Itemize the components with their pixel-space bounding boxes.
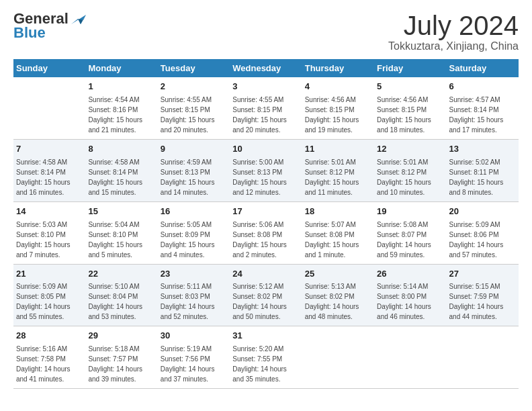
day-info: Sunrise: 4:57 AM Sunset: 8:14 PM Dayligh… bbox=[449, 95, 516, 135]
calendar-cell: 21Sunrise: 5:09 AM Sunset: 8:05 PM Dayli… bbox=[13, 264, 85, 326]
weekday-header-wednesday: Wednesday bbox=[230, 59, 302, 77]
day-number: 12 bbox=[377, 143, 443, 156]
day-number: 28 bbox=[16, 330, 83, 342]
day-number: 14 bbox=[16, 205, 83, 218]
day-number: 18 bbox=[305, 205, 371, 218]
day-info: Sunrise: 4:55 AM Sunset: 8:15 PM Dayligh… bbox=[161, 95, 227, 135]
calendar-cell: 19Sunrise: 5:08 AM Sunset: 8:07 PM Dayli… bbox=[374, 201, 446, 264]
day-info: Sunrise: 4:54 AM Sunset: 8:16 PM Dayligh… bbox=[88, 95, 154, 135]
day-info: Sunrise: 5:13 AM Sunset: 8:02 PM Dayligh… bbox=[305, 281, 371, 322]
day-info: Sunrise: 5:09 AM Sunset: 8:06 PM Dayligh… bbox=[449, 220, 516, 260]
calendar-cell: 4Sunrise: 4:56 AM Sunset: 8:15 PM Daylig… bbox=[302, 77, 374, 139]
day-number: 17 bbox=[232, 205, 299, 218]
calendar-cell: 5Sunrise: 4:56 AM Sunset: 8:15 PM Daylig… bbox=[374, 77, 446, 139]
day-number: 10 bbox=[232, 143, 299, 156]
calendar-cell: 1Sunrise: 4:54 AM Sunset: 8:16 PM Daylig… bbox=[85, 77, 157, 139]
weekday-row: SundayMondayTuesdayWednesdayThursdayFrid… bbox=[13, 59, 519, 77]
day-number: 30 bbox=[161, 330, 227, 342]
calendar-cell: 9Sunrise: 4:59 AM Sunset: 8:13 PM Daylig… bbox=[158, 139, 230, 201]
calendar-table: SundayMondayTuesdayWednesdayThursdayFrid… bbox=[13, 59, 519, 389]
calendar-week-3: 14Sunrise: 5:03 AM Sunset: 8:10 PM Dayli… bbox=[13, 201, 519, 264]
day-number: 8 bbox=[88, 143, 154, 156]
day-number: 26 bbox=[377, 268, 443, 281]
calendar-cell: 15Sunrise: 5:04 AM Sunset: 8:10 PM Dayli… bbox=[85, 201, 157, 264]
calendar-cell bbox=[302, 326, 374, 389]
calendar-cell bbox=[447, 326, 519, 389]
logo-bird-icon bbox=[71, 12, 86, 24]
calendar-cell: 24Sunrise: 5:12 AM Sunset: 8:02 PM Dayli… bbox=[230, 264, 302, 326]
logo-blue: Blue bbox=[13, 26, 46, 40]
calendar-cell: 28Sunrise: 5:16 AM Sunset: 7:58 PM Dayli… bbox=[13, 326, 85, 389]
day-number: 25 bbox=[305, 268, 371, 281]
calendar-cell: 18Sunrise: 5:07 AM Sunset: 8:08 PM Dayli… bbox=[302, 201, 374, 264]
title-block: July 2024 Tokkuztara, Xinjiang, China bbox=[388, 11, 519, 52]
day-number: 6 bbox=[449, 81, 516, 93]
day-info: Sunrise: 4:59 AM Sunset: 8:13 PM Dayligh… bbox=[161, 157, 227, 197]
calendar-cell: 17Sunrise: 5:06 AM Sunset: 8:08 PM Dayli… bbox=[230, 201, 302, 264]
day-info: Sunrise: 5:12 AM Sunset: 8:02 PM Dayligh… bbox=[232, 281, 299, 322]
calendar-cell: 7Sunrise: 4:58 AM Sunset: 8:14 PM Daylig… bbox=[13, 139, 85, 201]
calendar-week-2: 7Sunrise: 4:58 AM Sunset: 8:14 PM Daylig… bbox=[13, 139, 519, 201]
calendar-week-1: 1Sunrise: 4:54 AM Sunset: 8:16 PM Daylig… bbox=[13, 77, 519, 139]
calendar-cell: 16Sunrise: 5:05 AM Sunset: 8:09 PM Dayli… bbox=[158, 201, 230, 264]
day-info: Sunrise: 4:58 AM Sunset: 8:14 PM Dayligh… bbox=[88, 157, 154, 197]
day-number: 13 bbox=[449, 143, 516, 156]
month-title: July 2024 bbox=[388, 11, 519, 40]
calendar-cell: 12Sunrise: 5:01 AM Sunset: 8:12 PM Dayli… bbox=[374, 139, 446, 201]
day-info: Sunrise: 5:05 AM Sunset: 8:09 PM Dayligh… bbox=[161, 220, 227, 260]
location-title: Tokkuztara, Xinjiang, China bbox=[388, 40, 519, 52]
day-info: Sunrise: 4:58 AM Sunset: 8:14 PM Dayligh… bbox=[16, 157, 83, 197]
day-info: Sunrise: 5:10 AM Sunset: 8:04 PM Dayligh… bbox=[88, 281, 154, 322]
day-number: 9 bbox=[161, 143, 227, 156]
calendar-cell: 3Sunrise: 4:55 AM Sunset: 8:15 PM Daylig… bbox=[230, 77, 302, 139]
day-info: Sunrise: 5:01 AM Sunset: 8:12 PM Dayligh… bbox=[377, 157, 443, 197]
calendar-cell: 8Sunrise: 4:58 AM Sunset: 8:14 PM Daylig… bbox=[85, 139, 157, 201]
calendar-cell: 29Sunrise: 5:18 AM Sunset: 7:57 PM Dayli… bbox=[85, 326, 157, 389]
calendar-cell bbox=[13, 77, 85, 139]
day-info: Sunrise: 5:02 AM Sunset: 8:11 PM Dayligh… bbox=[449, 157, 516, 197]
day-number: 5 bbox=[377, 81, 443, 93]
day-number: 23 bbox=[161, 268, 227, 281]
day-number: 7 bbox=[16, 143, 83, 156]
day-info: Sunrise: 5:09 AM Sunset: 8:05 PM Dayligh… bbox=[16, 281, 83, 322]
calendar-cell: 27Sunrise: 5:15 AM Sunset: 7:59 PM Dayli… bbox=[447, 264, 519, 326]
day-number: 3 bbox=[232, 81, 299, 93]
calendar-cell: 11Sunrise: 5:01 AM Sunset: 8:12 PM Dayli… bbox=[302, 139, 374, 201]
calendar-header: SundayMondayTuesdayWednesdayThursdayFrid… bbox=[13, 59, 519, 77]
weekday-header-tuesday: Tuesday bbox=[158, 59, 230, 77]
day-info: Sunrise: 5:08 AM Sunset: 8:07 PM Dayligh… bbox=[377, 220, 443, 260]
day-number: 31 bbox=[232, 330, 299, 342]
calendar-cell bbox=[374, 326, 446, 389]
calendar-cell: 2Sunrise: 4:55 AM Sunset: 8:15 PM Daylig… bbox=[158, 77, 230, 139]
day-info: Sunrise: 5:03 AM Sunset: 8:10 PM Dayligh… bbox=[16, 220, 83, 260]
day-number: 20 bbox=[449, 205, 516, 218]
calendar-week-5: 28Sunrise: 5:16 AM Sunset: 7:58 PM Dayli… bbox=[13, 326, 519, 389]
calendar-cell: 30Sunrise: 5:19 AM Sunset: 7:56 PM Dayli… bbox=[158, 326, 230, 389]
logo: General Blue bbox=[13, 11, 86, 40]
weekday-header-sunday: Sunday bbox=[13, 59, 85, 77]
calendar-body: 1Sunrise: 4:54 AM Sunset: 8:16 PM Daylig… bbox=[13, 77, 519, 389]
day-number: 29 bbox=[88, 330, 154, 342]
day-number: 21 bbox=[16, 268, 83, 281]
day-info: Sunrise: 5:01 AM Sunset: 8:12 PM Dayligh… bbox=[305, 157, 371, 197]
calendar-cell: 25Sunrise: 5:13 AM Sunset: 8:02 PM Dayli… bbox=[302, 264, 374, 326]
weekday-header-saturday: Saturday bbox=[447, 59, 519, 77]
day-info: Sunrise: 5:06 AM Sunset: 8:08 PM Dayligh… bbox=[232, 220, 299, 260]
day-info: Sunrise: 5:14 AM Sunset: 8:00 PM Dayligh… bbox=[377, 281, 443, 322]
day-info: Sunrise: 5:20 AM Sunset: 7:55 PM Dayligh… bbox=[232, 344, 299, 384]
day-number: 2 bbox=[161, 81, 227, 93]
calendar-cell: 23Sunrise: 5:11 AM Sunset: 8:03 PM Dayli… bbox=[158, 264, 230, 326]
calendar-cell: 10Sunrise: 5:00 AM Sunset: 8:13 PM Dayli… bbox=[230, 139, 302, 201]
page: General Blue July 2024 Tokkuztara, Xinji… bbox=[0, 0, 532, 402]
calendar-week-4: 21Sunrise: 5:09 AM Sunset: 8:05 PM Dayli… bbox=[13, 264, 519, 326]
day-number: 11 bbox=[305, 143, 371, 156]
calendar-cell: 13Sunrise: 5:02 AM Sunset: 8:11 PM Dayli… bbox=[447, 139, 519, 201]
calendar-cell: 14Sunrise: 5:03 AM Sunset: 8:10 PM Dayli… bbox=[13, 201, 85, 264]
day-number: 16 bbox=[161, 205, 227, 218]
day-number: 27 bbox=[449, 268, 516, 281]
day-number: 15 bbox=[88, 205, 154, 218]
day-info: Sunrise: 5:18 AM Sunset: 7:57 PM Dayligh… bbox=[88, 344, 154, 384]
day-number: 22 bbox=[88, 268, 154, 281]
day-number: 24 bbox=[232, 268, 299, 281]
calendar-cell: 20Sunrise: 5:09 AM Sunset: 8:06 PM Dayli… bbox=[447, 201, 519, 264]
